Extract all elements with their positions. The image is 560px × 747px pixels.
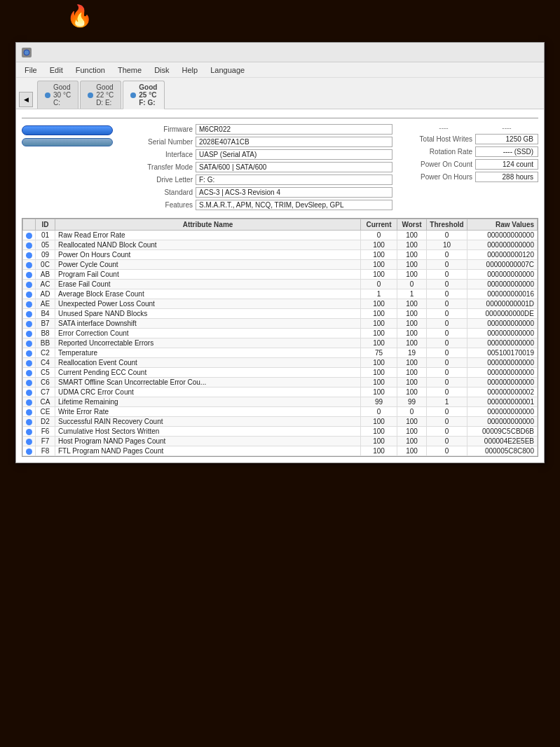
smart-table: ID Attribute Name Current Worst Threshol… bbox=[22, 219, 538, 456]
smart-current-C2: 75 bbox=[361, 348, 397, 358]
titlebar bbox=[16, 43, 544, 62]
smart-name-C6: SMART Offline Scan Uncorrectable Error C… bbox=[55, 378, 361, 388]
close-button[interactable] bbox=[519, 46, 538, 60]
smart-id-05: 05 bbox=[36, 240, 55, 250]
smart-table-container: ID Attribute Name Current Worst Threshol… bbox=[22, 218, 538, 457]
smart-raw-B8: 000000000000 bbox=[467, 329, 538, 338]
info-row-drive-letter: Drive LetterF: G: bbox=[118, 174, 392, 185]
minimize-button[interactable] bbox=[477, 46, 496, 60]
table-row: CALifetime Remaining99991000000000001 bbox=[23, 397, 538, 407]
th-current: Current bbox=[361, 219, 397, 231]
smart-status-dot-AC bbox=[23, 280, 36, 289]
smart-name-AE: Unexpected Power Loss Count bbox=[55, 299, 361, 309]
drive-tab-c-temp: 30 °C bbox=[53, 91, 71, 99]
smart-raw-F6: 00009C5CBD6B bbox=[467, 427, 538, 437]
smart-id-F6: F6 bbox=[36, 427, 55, 437]
drive-tab-c[interactable]: Good 30 °C C: bbox=[37, 81, 78, 109]
right-label-rotation-rate: Rotation Rate bbox=[430, 148, 472, 156]
info-label-features: Features bbox=[118, 201, 196, 209]
drive-dot-fg bbox=[130, 92, 136, 98]
smart-id-B4: B4 bbox=[36, 309, 55, 319]
drive-tab-fg[interactable]: Good 25 °C F: G: bbox=[123, 81, 165, 109]
smart-id-AD: AD bbox=[36, 289, 55, 299]
smart-threshold-C7: 0 bbox=[427, 388, 467, 397]
smart-status-dot-CE bbox=[23, 407, 36, 417]
smart-id-AB: AB bbox=[36, 270, 55, 280]
smart-name-F6: Cumulative Host Sectors Written bbox=[55, 427, 361, 437]
smart-raw-C5: 000000000000 bbox=[467, 368, 538, 378]
content-area: FirmwareM6CR022Serial Number2028E407A1CB… bbox=[16, 109, 544, 462]
drive-tab-de-good: Good bbox=[96, 83, 114, 91]
smart-raw-AD: 000000000016 bbox=[467, 289, 538, 299]
right-panel: --------Total Host Writes1250 GBRotation… bbox=[398, 124, 538, 212]
smart-raw-CE: 000000000000 bbox=[467, 407, 538, 417]
menubar-item-language[interactable]: Language bbox=[205, 64, 250, 76]
smart-threshold-05: 10 bbox=[427, 240, 467, 250]
smart-threshold-C5: 0 bbox=[427, 368, 467, 378]
smart-id-F8: F8 bbox=[36, 446, 55, 456]
smart-id-AE: AE bbox=[36, 299, 55, 309]
smart-threshold-01: 0 bbox=[427, 231, 467, 240]
app-icon bbox=[22, 48, 32, 57]
smart-id-D2: D2 bbox=[36, 417, 55, 427]
smart-worst-CA: 99 bbox=[397, 397, 427, 407]
smart-raw-09: 000000000120 bbox=[467, 250, 538, 260]
smart-name-B4: Unused Spare NAND Blocks bbox=[55, 309, 361, 319]
table-row: C2Temperature75190005100170019 bbox=[23, 348, 538, 358]
drive-tab-fg-temp: 25 °C bbox=[139, 91, 157, 99]
table-row: C4Reallocation Event Count10010000000000… bbox=[23, 358, 538, 368]
smart-current-F6: 100 bbox=[361, 427, 397, 437]
right-value-total-host-writes: 1250 GB bbox=[475, 134, 538, 144]
status-dot-icon bbox=[26, 242, 32, 249]
smart-status-dot-D2 bbox=[23, 417, 36, 427]
info-value-firmware: M6CR022 bbox=[196, 124, 392, 135]
table-row: AEUnexpected Power Loss Count10010000000… bbox=[23, 299, 538, 309]
status-dot-icon bbox=[26, 350, 32, 357]
status-dot-icon bbox=[26, 262, 32, 268]
smart-threshold-B4: 0 bbox=[427, 309, 467, 319]
info-label-drive-letter: Drive Letter bbox=[118, 176, 196, 184]
smart-name-AD: Average Block Erase Count bbox=[55, 289, 361, 299]
maximize-button[interactable] bbox=[498, 46, 517, 60]
info-label-interface: Interface bbox=[118, 151, 196, 158]
smart-worst-CE: 0 bbox=[397, 407, 427, 417]
smart-worst-B8: 100 bbox=[397, 329, 427, 338]
info-row-serial-number: Serial Number2028E407A1CB bbox=[118, 137, 392, 147]
right-value-power-on-hours: 288 hours bbox=[475, 172, 538, 182]
status-dot-icon bbox=[26, 370, 32, 376]
smart-id-B7: B7 bbox=[36, 319, 55, 329]
smart-id-CE: CE bbox=[36, 407, 55, 417]
table-row: CEWrite Error Rate000000000000000 bbox=[23, 407, 538, 417]
smart-current-B8: 100 bbox=[361, 329, 397, 338]
right-value-rotation-rate: ---- (SSD) bbox=[475, 146, 538, 157]
info-row-interface: InterfaceUASP (Serial ATA) bbox=[118, 149, 392, 160]
drive-tab-fg-good: Good bbox=[139, 83, 157, 91]
smart-name-F7: Host Program NAND Pages Count bbox=[55, 437, 361, 446]
drive-tabs-area: ◀ Good 30 °C C: Good 22 °C D: E: Good 25… bbox=[16, 78, 544, 109]
nav-back-arrow[interactable]: ◀ bbox=[19, 92, 33, 107]
status-dot-icon bbox=[26, 399, 32, 406]
status-dot-icon bbox=[26, 380, 32, 386]
menubar-item-function[interactable]: Function bbox=[70, 64, 111, 76]
smart-raw-C6: 000000000000 bbox=[467, 378, 538, 388]
smart-worst-C6: 100 bbox=[397, 378, 427, 388]
drive-tab-de[interactable]: Good 22 °C D: E: bbox=[80, 81, 121, 109]
th-status bbox=[23, 219, 36, 231]
smart-status-dot-09 bbox=[23, 250, 36, 260]
smart-raw-CA: 000000000001 bbox=[467, 397, 538, 407]
smart-current-09: 100 bbox=[361, 250, 397, 260]
menubar-item-help[interactable]: Help bbox=[177, 64, 204, 76]
smart-status-dot-C5 bbox=[23, 368, 36, 378]
smart-status-dot-B4 bbox=[23, 309, 36, 319]
menubar-item-disk[interactable]: Disk bbox=[149, 64, 175, 76]
smart-status-dot-AB bbox=[23, 270, 36, 280]
menubar-item-theme[interactable]: Theme bbox=[112, 64, 147, 76]
drive-dot-de bbox=[88, 92, 93, 98]
smart-worst-B7: 100 bbox=[397, 319, 427, 329]
menubar-item-edit[interactable]: Edit bbox=[44, 64, 69, 76]
info-row-features: FeaturesS.M.A.R.T., APM, NCQ, TRIM, DevS… bbox=[118, 200, 392, 210]
menubar-item-file[interactable]: File bbox=[19, 64, 43, 76]
info-row-firmware: FirmwareM6CR022 bbox=[118, 124, 392, 135]
smart-name-CE: Write Error Rate bbox=[55, 407, 361, 417]
smart-raw-C4: 000000000000 bbox=[467, 358, 538, 368]
